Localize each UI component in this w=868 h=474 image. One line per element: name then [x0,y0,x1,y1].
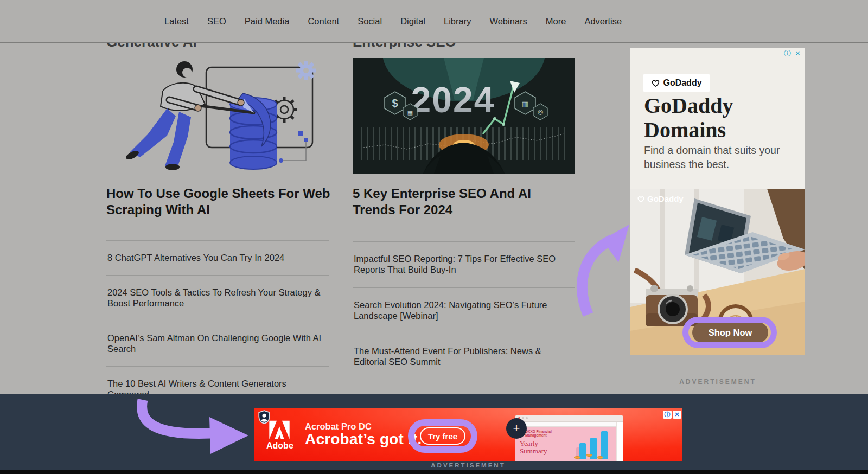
article-link[interactable]: Search Evolution 2024: Navigating SEO’s … [353,287,575,334]
person-figure [125,61,244,170]
middle-article-list: Impactful SEO Reporting: 7 Tips For Effe… [353,241,575,415]
svg-text:▥: ▥ [522,100,528,108]
gear-light-icon [296,61,316,80]
shop-now-button[interactable]: Shop Now [692,322,768,343]
doc-company-name: GXXO Financial Management [525,430,553,437]
nav-item-digital[interactable]: Digital [400,16,425,27]
acrobat-tagline: Acrobat’s got it. [305,431,422,448]
2024-trends-image[interactable]: 2024 $ ▦ ▥ ◎ [353,58,575,174]
close-icon[interactable]: ✕ [673,411,681,419]
nav-item-advertise[interactable]: Advertise [584,16,622,27]
left-lead-headline[interactable]: How To Use Google Sheets For Web Scrapin… [106,185,331,218]
bottom-black-strip [0,470,868,474]
privacy-shield-icon[interactable] [258,410,270,424]
acrobat-document-preview: GXXO Financial Management Yearly Summary [515,415,623,461]
try-free-button[interactable]: Try free [420,427,465,445]
article-link[interactable]: OpenAI’s Sam Altman On Challenging Googl… [106,321,329,366]
middle-lead-headline[interactable]: 5 Key Enterprise SEO And AI Trends For 2… [353,185,577,218]
year-text: 2024 [411,80,495,120]
nav-item-paid-media[interactable]: Paid Media [245,16,290,27]
nav-item-library[interactable]: Library [444,16,471,27]
middle-section-heading-clipped: Enterprise SEO [353,43,575,49]
svg-text:$: $ [392,97,398,109]
godaddy-ad-title: GoDaddy Domains [644,93,733,142]
article-link[interactable]: 8 ChatGPT Alternatives You Can Try In 20… [106,240,329,275]
godaddy-photo-logo: GoDaddy [637,194,684,203]
godaddy-heart-icon [637,195,645,203]
adobe-logo-icon [269,420,290,440]
nav-item-latest[interactable]: Latest [164,16,189,27]
adobe-wordmark: Adobe [266,441,293,451]
data-mining-illustration[interactable] [115,49,321,179]
adchoices-icon[interactable]: ⓘ [663,411,672,419]
advertisement-label-right: ADVERTISEMENT [630,378,805,386]
nav-item-webinars[interactable]: Webinars [489,16,527,27]
godaddy-ad-subtitle: Find a domain that suits your business t… [644,143,784,171]
svg-text:◎: ◎ [538,108,543,116]
godaddy-ad[interactable]: ⓘ ✕ GoDaddy GoDaddy Domains Find a domai… [630,48,805,355]
nav-item-seo[interactable]: SEO [207,16,226,27]
adchoices-icon[interactable]: ⓘ [784,50,791,57]
godaddy-logo-text: GoDaddy [663,78,701,88]
left-section-heading-clipped: Generative AI [106,43,329,49]
doc-title: Yearly Summary [520,440,547,454]
article-link[interactable]: The Must-Attend Event For Publishers: Ne… [353,334,575,380]
article-link[interactable]: Impactful SEO Reporting: 7 Tips For Effe… [353,241,575,287]
svg-text:▦: ▦ [407,109,413,116]
browser-chrome [515,415,623,422]
article-link[interactable]: 2024 SEO Tools & Tactics To Refresh Your… [106,275,329,321]
nav-item-content[interactable]: Content [308,16,339,27]
acrobat-side-toolbar [616,422,623,461]
close-icon[interactable]: ✕ [795,50,801,57]
nav-item-more[interactable]: More [546,16,566,27]
acrobat-toolbar [515,422,623,427]
left-article-list: 8 ChatGPT Alternatives You Can Try In 20… [106,240,329,412]
godaddy-logo-badge: GoDaddy [643,74,710,92]
main-navigation: Latest SEO Paid Media Content Social Dig… [164,0,622,42]
expand-plus-button[interactable]: + [506,418,527,439]
advertisement-label-bottom: ADVERTISEMENT [251,462,685,469]
nav-item-social[interactable]: Social [358,16,382,27]
pink-document: GXXO Financial Management Yearly Summary [515,427,617,461]
godaddy-heart-icon [651,79,660,87]
